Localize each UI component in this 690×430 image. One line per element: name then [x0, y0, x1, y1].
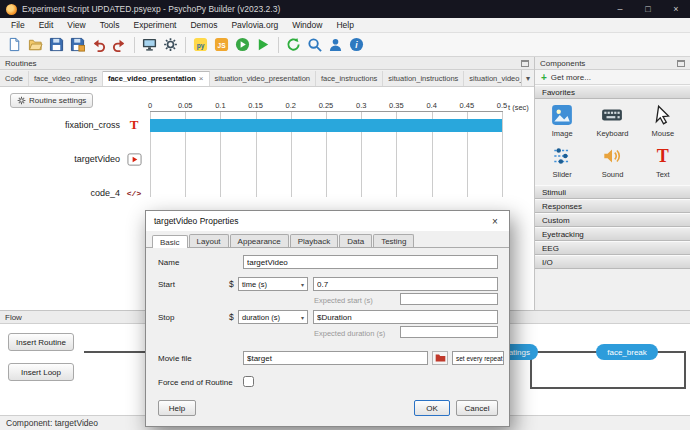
new-file-button[interactable]: [5, 35, 24, 54]
compile-js-button[interactable]: JS: [212, 35, 231, 54]
menu-edit[interactable]: Edit: [32, 19, 61, 31]
tab-list-chevron-down-icon[interactable]: ▾: [521, 70, 534, 87]
run-button[interactable]: [254, 35, 273, 54]
section-responses[interactable]: Responses: [535, 199, 690, 213]
routine-tab-situation-instructions[interactable]: situation_instructions: [383, 71, 464, 86]
axis-tick: 0.2: [286, 101, 296, 110]
dialog-close-button[interactable]: ×: [481, 211, 509, 231]
menu-help[interactable]: Help: [329, 19, 360, 31]
dialog-tab-basic[interactable]: Basic: [152, 235, 188, 248]
component-text[interactable]: T Text: [638, 144, 688, 179]
section-io[interactable]: I/O: [535, 255, 690, 269]
stop-type-dropdown[interactable]: duration (s) ▾: [238, 310, 308, 324]
maximize-button[interactable]: □: [634, 0, 662, 18]
section-eeg[interactable]: EEG: [535, 241, 690, 255]
routine-tab-face-instructions[interactable]: face_instructions: [316, 71, 383, 86]
stop-value-input[interactable]: [313, 310, 498, 324]
flow-loop-line-right: [684, 351, 686, 389]
routine-tab-code[interactable]: Code: [0, 71, 29, 86]
component-keyboard[interactable]: Keyboard: [587, 103, 637, 138]
monitor-icon: [142, 37, 157, 52]
component-row-fixation-cross[interactable]: fixation_cross T: [0, 115, 150, 135]
movie-component-icon[interactable]: [126, 151, 142, 167]
redo-button[interactable]: [110, 35, 129, 54]
section-favorites[interactable]: Favorites: [535, 85, 690, 99]
component-slider[interactable]: Slider: [537, 144, 587, 179]
save-as-button[interactable]: [68, 35, 87, 54]
section-eyetracking[interactable]: Eyetracking: [535, 227, 690, 241]
browse-file-button[interactable]: [432, 351, 448, 365]
component-row-code-4[interactable]: code_4 </>: [0, 183, 150, 203]
help-button[interactable]: Help: [158, 400, 196, 416]
menu-view[interactable]: View: [60, 19, 92, 31]
routine-tab-face-video-presentation[interactable]: face_video_presentation×: [103, 71, 210, 86]
component-mouse[interactable]: Mouse: [638, 103, 688, 138]
menu-demos[interactable]: Demos: [183, 19, 224, 31]
sync-icon: [286, 37, 301, 52]
psychopy-logo-icon: [6, 4, 17, 15]
dialog-tab-data[interactable]: Data: [339, 234, 372, 247]
flow-node-face-break[interactable]: face_break: [596, 344, 658, 360]
movie-file-input[interactable]: [243, 351, 428, 365]
start-type-dropdown[interactable]: time (s) ▾: [238, 277, 308, 291]
compile-python-button[interactable]: py: [191, 35, 210, 54]
expected-start-input[interactable]: [400, 293, 498, 305]
menu-file[interactable]: File: [4, 19, 32, 31]
dialog-tab-appearance[interactable]: Appearance: [230, 234, 289, 247]
ok-button[interactable]: OK: [414, 400, 450, 416]
dialog-tab-testing[interactable]: Testing: [373, 234, 414, 247]
float-panel-icon[interactable]: [677, 60, 685, 67]
float-panel-icon[interactable]: [521, 60, 529, 67]
insert-loop-button[interactable]: Insert Loop: [8, 363, 74, 381]
fixation-cross-time-bar[interactable]: [150, 119, 502, 132]
experiment-settings-button[interactable]: [161, 35, 180, 54]
axis-unit-label: t (sec): [508, 103, 529, 112]
section-stimuli[interactable]: Stimuli: [535, 185, 690, 199]
movie-set-repeat-dropdown[interactable]: set every repeat ▾: [452, 351, 504, 365]
start-value-input[interactable]: [313, 277, 498, 291]
send-to-runner-button[interactable]: [233, 35, 252, 54]
axis-tick: 0.25: [319, 101, 334, 110]
open-file-button[interactable]: [26, 35, 45, 54]
component-image[interactable]: Image: [537, 103, 587, 138]
get-more-components-button[interactable]: + Get more...: [535, 70, 690, 85]
pavlovia-user-button[interactable]: [326, 35, 345, 54]
routine-tab-situation-video-presentation[interactable]: situation_video_presentation: [210, 71, 317, 86]
routine-settings-button[interactable]: Routine settings: [10, 93, 93, 108]
title-bar: Experiment Script UPDATED.psyexp - Psych…: [0, 0, 690, 18]
tab-close-icon[interactable]: ×: [199, 74, 204, 83]
axis-tick: 0.3: [356, 101, 366, 110]
cancel-button[interactable]: Cancel: [456, 400, 498, 416]
menu-experiment[interactable]: Experiment: [126, 19, 183, 31]
window-title: Experiment Script UPDATED.psyexp - Psych…: [22, 4, 606, 14]
name-input[interactable]: [243, 255, 498, 269]
pavlovia-sync-button[interactable]: [284, 35, 303, 54]
dialog-tab-playback[interactable]: Playback: [290, 234, 338, 247]
component-name: code_4: [90, 188, 120, 198]
menu-window[interactable]: Window: [285, 19, 329, 31]
name-label: Name: [158, 258, 179, 267]
component-row-target-video[interactable]: targetVideo: [0, 149, 150, 169]
code-component-icon[interactable]: </>: [126, 185, 142, 201]
monitor-center-button[interactable]: [140, 35, 159, 54]
force-end-checkbox[interactable]: [243, 376, 254, 387]
expected-duration-input[interactable]: [400, 326, 498, 338]
close-button[interactable]: ×: [662, 0, 690, 18]
info-button[interactable]: i: [347, 35, 366, 54]
save-button[interactable]: [47, 35, 66, 54]
pavlovia-search-button[interactable]: [305, 35, 324, 54]
minimize-button[interactable]: –: [606, 0, 634, 18]
section-custom[interactable]: Custom: [535, 213, 690, 227]
expected-start-label: Expected start (s): [314, 296, 373, 305]
chevron-down-icon: ▾: [503, 355, 504, 362]
js-icon: JS: [214, 37, 229, 52]
axis-tick: 0.05: [178, 101, 193, 110]
text-component-icon[interactable]: T: [126, 117, 142, 133]
undo-button[interactable]: [89, 35, 108, 54]
menu-pavlovia[interactable]: Pavlovia.org: [224, 19, 285, 31]
routine-tab-face-video-ratings[interactable]: face_video_ratings: [29, 71, 103, 86]
insert-routine-button[interactable]: Insert Routine: [8, 333, 74, 351]
dialog-tab-layout[interactable]: Layout: [189, 234, 229, 247]
menu-tools[interactable]: Tools: [93, 19, 127, 31]
component-sound[interactable]: Sound: [587, 144, 637, 179]
